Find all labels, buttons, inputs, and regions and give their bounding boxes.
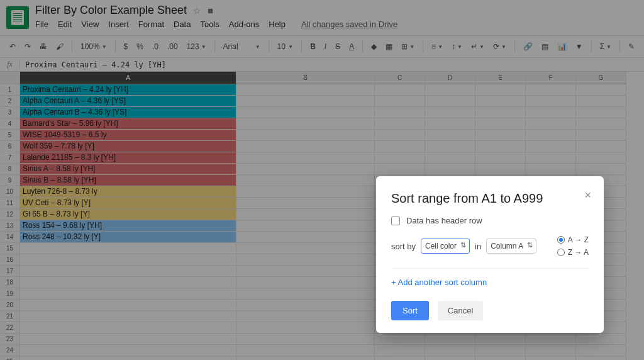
cell[interactable] — [526, 345, 576, 356]
cell[interactable] — [20, 345, 236, 356]
cell[interactable] — [526, 334, 576, 345]
cell[interactable] — [425, 84, 475, 96]
cell[interactable] — [576, 356, 626, 360]
row-header[interactable]: 18 — [0, 277, 20, 288]
cell[interactable] — [236, 175, 375, 186]
row-header[interactable]: 3 — [0, 107, 20, 118]
cell[interactable] — [236, 266, 375, 277]
cell[interactable]: Gl 65 B – 8.73 ly [Y] — [20, 209, 236, 220]
increase-decimal[interactable]: .00 — [164, 40, 181, 53]
cell[interactable] — [236, 277, 375, 288]
document-title[interactable]: Filter By Color Example Sheet — [35, 4, 187, 17]
cell[interactable] — [375, 118, 425, 130]
menu-addons[interactable]: Add-ons — [229, 20, 259, 29]
rotate-icon[interactable]: ⟳▼ — [490, 40, 509, 53]
wrap-icon[interactable]: ↵▼ — [468, 40, 487, 53]
radio-za[interactable]: Z → A — [557, 248, 589, 257]
cell[interactable] — [425, 345, 475, 356]
col-header-E[interactable]: E — [475, 72, 526, 84]
cell[interactable] — [236, 220, 375, 232]
menu-format[interactable]: Format — [138, 20, 164, 29]
row-header[interactable]: 1 — [0, 84, 20, 96]
row-header[interactable]: 14 — [0, 232, 20, 243]
cell[interactable] — [375, 107, 425, 118]
cell[interactable] — [236, 209, 375, 220]
cell[interactable] — [526, 96, 576, 107]
cell[interactable] — [236, 300, 375, 311]
cell[interactable] — [20, 322, 236, 334]
cell[interactable] — [20, 288, 236, 300]
column-select[interactable]: Column A — [486, 239, 536, 254]
cell[interactable] — [526, 164, 576, 175]
cell[interactable] — [526, 152, 576, 164]
print-icon[interactable]: 🖶 — [36, 40, 50, 53]
merge-icon[interactable]: ⊞▼ — [398, 40, 418, 53]
cell[interactable] — [236, 243, 375, 254]
cell[interactable] — [576, 107, 626, 118]
row-header[interactable]: 24 — [0, 345, 20, 356]
folder-icon[interactable]: ■ — [208, 5, 213, 16]
cell[interactable] — [475, 356, 526, 360]
cell[interactable] — [425, 118, 475, 130]
row-header[interactable]: 8 — [0, 164, 20, 175]
save-status[interactable]: All changes saved in Drive — [301, 20, 397, 29]
row-header[interactable]: 23 — [0, 334, 20, 345]
decrease-decimal[interactable]: .0 — [149, 40, 162, 53]
row-header[interactable]: 4 — [0, 118, 20, 130]
cell[interactable]: WISE 1049-5319 – 6.5 ly — [20, 130, 236, 141]
number-format[interactable]: 123▼ — [184, 40, 209, 53]
filter-icon[interactable]: ▼ — [572, 40, 586, 53]
cell[interactable] — [20, 356, 236, 360]
cell[interactable]: Barnard's Star – 5.96 ly [YH] — [20, 118, 236, 130]
cell[interactable] — [475, 96, 526, 107]
formula-input[interactable]: Proxima Centauri – 4.24 ly [YH] — [20, 60, 166, 69]
v-align-icon[interactable]: ↕▼ — [448, 40, 465, 53]
cell[interactable] — [375, 84, 425, 96]
cell[interactable] — [425, 130, 475, 141]
star-icon[interactable]: ☆ — [193, 6, 201, 16]
cell[interactable] — [576, 164, 626, 175]
cell[interactable] — [375, 356, 425, 360]
cell[interactable] — [425, 107, 475, 118]
strikethrough-icon[interactable]: S — [332, 40, 343, 53]
col-header-G[interactable]: G — [576, 72, 626, 84]
paint-format-icon[interactable]: 🖌 — [53, 40, 67, 53]
row-header[interactable]: 17 — [0, 266, 20, 277]
sort-button[interactable]: Sort — [391, 301, 429, 320]
sortby-select[interactable]: Cell color — [421, 239, 470, 254]
cell[interactable] — [236, 84, 375, 96]
cell[interactable] — [475, 334, 526, 345]
cell[interactable] — [526, 141, 576, 152]
cell[interactable]: Luyten 726-8 – 8.73 ly — [20, 186, 236, 198]
row-header[interactable]: 5 — [0, 130, 20, 141]
functions-icon[interactable]: Σ▼ — [597, 40, 614, 53]
cell[interactable] — [236, 198, 375, 209]
close-icon[interactable]: × — [584, 189, 591, 202]
cell[interactable] — [375, 345, 425, 356]
menu-tools[interactable]: Tools — [200, 20, 219, 29]
cell[interactable]: Proxima Centauri – 4.24 ly [YH] — [20, 84, 236, 96]
col-header-B[interactable]: B — [236, 72, 375, 84]
redo-icon[interactable]: ↷ — [21, 40, 34, 53]
menu-view[interactable]: View — [81, 20, 99, 29]
cell[interactable] — [236, 96, 375, 107]
cell[interactable] — [475, 152, 526, 164]
cell[interactable]: Ross 154 – 9.68 ly [YH] — [20, 220, 236, 232]
italic-icon[interactable]: I — [321, 40, 330, 53]
row-header[interactable]: 2 — [0, 96, 20, 107]
cell[interactable] — [236, 164, 375, 175]
cell[interactable]: Sirius B – 8.58 ly [YH] — [20, 175, 236, 186]
cell[interactable] — [375, 130, 425, 141]
cell[interactable] — [20, 254, 236, 266]
menu-data[interactable]: Data — [174, 20, 191, 29]
row-header[interactable]: 16 — [0, 254, 20, 266]
cell[interactable] — [425, 152, 475, 164]
col-header-F[interactable]: F — [526, 72, 576, 84]
cell[interactable] — [475, 345, 526, 356]
row-header[interactable]: 11 — [0, 198, 20, 209]
row-header[interactable]: 13 — [0, 220, 20, 232]
cell[interactable] — [236, 254, 375, 266]
font-select[interactable]: Arial▼ — [220, 40, 264, 53]
cell[interactable] — [475, 107, 526, 118]
cell[interactable] — [526, 84, 576, 96]
